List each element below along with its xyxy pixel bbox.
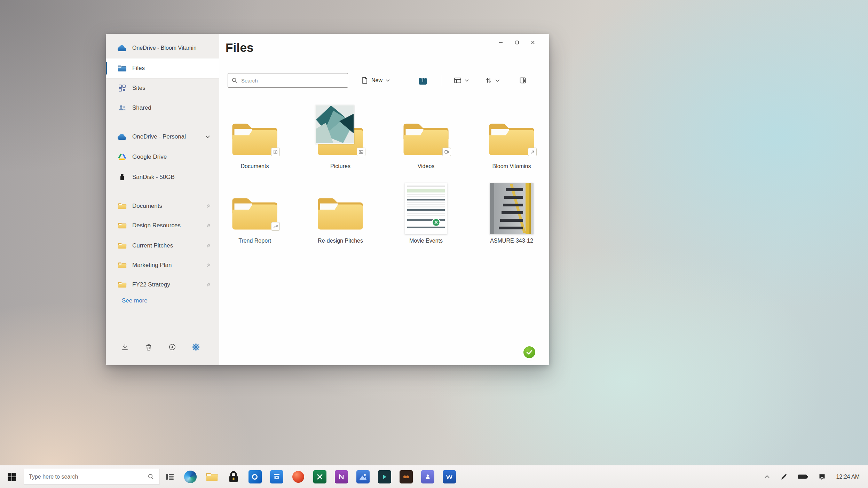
sidebar-item-label: OneDrive - Personal: [132, 133, 186, 140]
new-button-label: New: [371, 77, 382, 84]
files-folder-icon: [117, 64, 127, 73]
tile-movie-events[interactable]: Movie Events: [390, 182, 461, 244]
download-icon[interactable]: [120, 342, 130, 352]
search-icon: [148, 473, 154, 480]
search-icon: [231, 77, 238, 84]
share-button[interactable]: [415, 73, 431, 88]
sidebar-item-sites[interactable]: Sites: [106, 78, 219, 98]
tile-bloom-vitamins[interactable]: Bloom Vitamins: [476, 108, 547, 170]
action-center-icon[interactable]: [819, 473, 826, 480]
tile-asmure-photo[interactable]: ASMURE-343-12: [476, 182, 547, 244]
chevron-down-icon: [386, 79, 390, 82]
desktop-background: OneDrive - Bloom Vitamin Files: [0, 0, 868, 488]
close-button[interactable]: [525, 37, 541, 48]
tile-label: Documents: [241, 163, 269, 170]
tile-videos[interactable]: Videos: [390, 108, 461, 170]
new-button[interactable]: New: [358, 73, 394, 88]
sort-icon: [485, 77, 492, 84]
sidebar-pinned-current-pitches[interactable]: Current Pitches: [106, 236, 219, 255]
sidebar-item-files[interactable]: Files: [106, 58, 219, 78]
system-tray: 12:24 AM: [764, 473, 868, 480]
taskbar-clock[interactable]: 12:24 AM: [836, 474, 862, 480]
tile-label: Videos: [418, 163, 435, 170]
usb-drive-icon: [117, 173, 127, 182]
sidebar-pinned-marketing-plan[interactable]: Marketing Plan: [106, 255, 219, 275]
taskbar-search[interactable]: [24, 469, 159, 485]
pin-icon[interactable]: [206, 243, 211, 249]
sidebar-item-sandisk[interactable]: SanDisk - 50GB: [106, 167, 219, 187]
sidebar-item-label: Google Drive: [132, 154, 167, 160]
minimize-button[interactable]: [493, 37, 509, 48]
sidebar-pinned-documents[interactable]: Documents: [106, 196, 219, 216]
tile-redesign-pitches[interactable]: Re-design Pitches: [305, 182, 376, 244]
taskbar-photos-icon[interactable]: [356, 470, 370, 483]
pin-icon[interactable]: [206, 204, 211, 209]
onedrive-cloud-icon: [117, 132, 127, 141]
taskbar-file-explorer-icon[interactable]: [205, 470, 219, 483]
pinned-folder-label: Marketing Plan: [132, 262, 172, 269]
chevron-down-icon: [465, 79, 469, 82]
sidebar-pinned-fy22-strategy[interactable]: FY22 Strategy: [106, 275, 219, 294]
chevron-down-icon[interactable]: [205, 135, 210, 139]
files-search[interactable]: [228, 73, 348, 88]
sidebar-account[interactable]: OneDrive - Bloom Vitamin: [106, 38, 219, 58]
video-badge-icon: [442, 148, 451, 156]
pinned-folder-label: Current Pitches: [132, 242, 173, 249]
view-options-icon: [454, 77, 461, 84]
sidebar-footer: [106, 337, 219, 357]
photo-thumbnail: [490, 183, 534, 234]
maximize-button[interactable]: [509, 37, 525, 48]
taskbar-word-icon[interactable]: [443, 470, 456, 483]
hidden-icons-chevron-icon[interactable]: [764, 475, 770, 479]
pinned-folder-label: Design Resources: [132, 222, 181, 229]
taskbar-search-input[interactable]: [29, 474, 148, 480]
tile-documents[interactable]: Documents: [219, 108, 290, 170]
folder-icon: [117, 202, 127, 211]
taskbar-edge-icon[interactable]: [184, 470, 197, 483]
pin-icon[interactable]: [206, 223, 211, 228]
tile-pictures[interactable]: Pictures: [305, 108, 376, 170]
taskbar-dev-tool-icon[interactable]: [378, 470, 391, 483]
spreadsheet-thumbnail: [405, 183, 447, 234]
search-input[interactable]: [241, 78, 344, 84]
taskbar-onenote-icon[interactable]: [335, 470, 348, 483]
sidebar-item-label: Shared: [132, 104, 151, 111]
pin-icon[interactable]: [206, 263, 211, 268]
see-more-link[interactable]: See more: [122, 297, 148, 304]
trend-chart-badge-icon: [271, 222, 280, 231]
compass-icon[interactable]: [167, 342, 177, 352]
sidebar-item-google-drive[interactable]: Google Drive: [106, 147, 219, 167]
taskbar-red-sphere-app-icon[interactable]: [292, 470, 305, 483]
taskbar-outlook-icon[interactable]: [248, 470, 262, 483]
view-options-button[interactable]: [450, 73, 473, 88]
pinned-folder-label: Documents: [132, 203, 162, 210]
tile-trend-report[interactable]: Trend Report: [219, 182, 290, 244]
sidebar-item-onedrive-personal[interactable]: OneDrive - Personal: [106, 127, 219, 147]
taskbar-password-lock-icon[interactable]: [227, 470, 240, 483]
taskbar-coffee-app-icon[interactable]: [400, 470, 413, 483]
shared-people-icon: [117, 103, 127, 112]
pen-icon[interactable]: [780, 473, 787, 480]
taskbar-excel-icon[interactable]: [313, 470, 326, 483]
taskbar-microsoft-store-icon[interactable]: [270, 470, 283, 483]
pin-icon[interactable]: [206, 282, 211, 288]
synced-check-icon[interactable]: [523, 346, 535, 358]
sync-settings-icon[interactable]: [191, 342, 201, 352]
tile-label: Re-design Pitches: [318, 238, 363, 244]
image-badge-icon: [357, 148, 365, 156]
sidebar-item-label: Files: [132, 65, 145, 72]
tile-label: Pictures: [330, 163, 350, 170]
sort-button[interactable]: [482, 73, 503, 88]
recycle-bin-icon[interactable]: [143, 342, 154, 352]
task-view-button[interactable]: [162, 465, 177, 488]
taskbar-apps: [184, 470, 456, 483]
start-button[interactable]: [0, 465, 24, 488]
taskbar-teams-icon[interactable]: [421, 470, 434, 483]
new-document-icon: [361, 77, 368, 84]
windows-start-icon: [8, 473, 16, 481]
sidebar-pinned-design-resources[interactable]: Design Resources: [106, 216, 219, 235]
folder-icon: [117, 241, 127, 250]
battery-icon[interactable]: [798, 474, 808, 479]
sidebar-item-shared[interactable]: Shared: [106, 98, 219, 118]
details-view-button[interactable]: [516, 73, 530, 88]
